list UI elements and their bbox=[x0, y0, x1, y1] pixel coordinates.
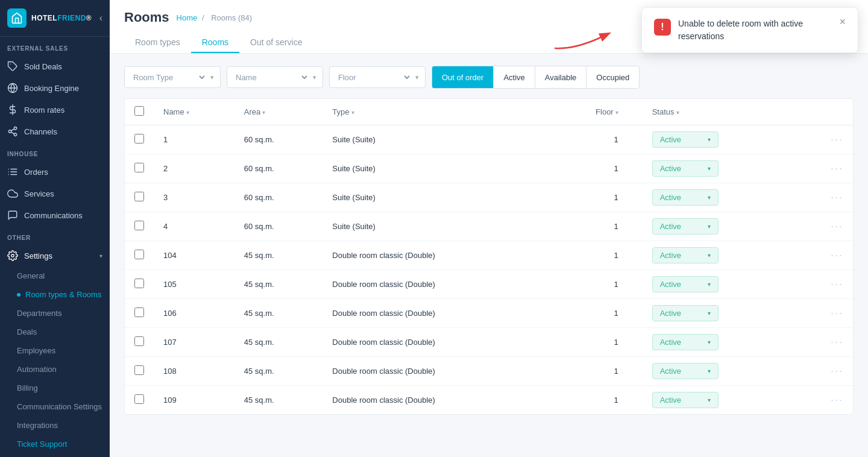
row-actions-menu[interactable]: ··· bbox=[805, 365, 843, 377]
status-label: Active bbox=[660, 193, 681, 202]
status-badge[interactable]: Active ▾ bbox=[652, 189, 719, 206]
sidebar-item-channels[interactable]: Channels bbox=[0, 121, 110, 142]
row-checkbox[interactable] bbox=[134, 163, 144, 172]
row-checkbox[interactable] bbox=[134, 336, 144, 346]
row-checkbox-cell[interactable] bbox=[125, 357, 154, 386]
row-checkbox[interactable] bbox=[134, 221, 144, 230]
sidebar-item-settings[interactable]: Settings ▾ bbox=[0, 245, 110, 266]
filter-occupied-button[interactable]: Occupied bbox=[587, 66, 639, 88]
row-actions-menu[interactable]: ··· bbox=[805, 191, 843, 204]
status-badge[interactable]: Active ▾ bbox=[652, 392, 719, 408]
col-status[interactable]: Status▾ bbox=[643, 99, 796, 125]
sub-item-label: Communication Settings bbox=[17, 402, 102, 411]
sidebar-sub-item-employees[interactable]: Employees bbox=[0, 341, 110, 360]
tab-out-of-service[interactable]: Out of service bbox=[239, 33, 313, 53]
col-name[interactable]: Name▾ bbox=[154, 99, 234, 125]
col-type[interactable]: Type▾ bbox=[322, 99, 541, 125]
sidebar-sub-item-billing[interactable]: Billing bbox=[0, 379, 110, 397]
sidebar-collapse-button[interactable]: ‹ bbox=[99, 13, 102, 24]
status-badge[interactable]: Active ▾ bbox=[652, 160, 719, 177]
status-badge[interactable]: Active ▾ bbox=[652, 276, 719, 292]
row-actions-menu[interactable]: ··· bbox=[805, 336, 843, 348]
name-filter[interactable]: Name ▾ bbox=[227, 66, 323, 88]
col-area[interactable]: Area▾ bbox=[234, 99, 323, 125]
row-actions-cell[interactable]: ··· bbox=[796, 212, 853, 241]
row-checkbox[interactable] bbox=[134, 134, 144, 143]
tab-rooms[interactable]: Rooms bbox=[191, 33, 239, 53]
row-checkbox-cell[interactable] bbox=[125, 241, 154, 270]
status-badge[interactable]: Active ▾ bbox=[652, 131, 719, 148]
row-actions-cell[interactable]: ··· bbox=[796, 299, 853, 328]
sidebar-item-communications[interactable]: Communications bbox=[0, 204, 110, 226]
row-checkbox[interactable] bbox=[134, 307, 144, 317]
row-actions-menu[interactable]: ··· bbox=[805, 249, 843, 262]
row-actions-menu[interactable]: ··· bbox=[805, 307, 843, 320]
cell-status: Active ▾ bbox=[643, 154, 796, 183]
status-badge[interactable]: Active ▾ bbox=[652, 363, 719, 379]
col-floor[interactable]: Floor▾ bbox=[541, 99, 643, 125]
row-checkbox[interactable] bbox=[134, 192, 144, 201]
status-badge[interactable]: Active ▾ bbox=[652, 305, 719, 321]
row-actions-cell[interactable]: ··· bbox=[796, 183, 853, 212]
row-checkbox-cell[interactable] bbox=[125, 212, 154, 241]
chevron-down-icon: ▾ bbox=[210, 74, 214, 81]
status-badge[interactable]: Active ▾ bbox=[652, 334, 719, 350]
sidebar-sub-item-automation[interactable]: Automation bbox=[0, 360, 110, 379]
sidebar-sub-item-deals[interactable]: Deals bbox=[0, 323, 110, 341]
row-checkbox[interactable] bbox=[134, 394, 144, 404]
sidebar-item-services[interactable]: Services bbox=[0, 183, 110, 204]
select-all-checkbox[interactable] bbox=[134, 106, 144, 116]
sidebar-item-orders[interactable]: Orders bbox=[0, 161, 110, 183]
breadcrumb-home[interactable]: Home bbox=[177, 13, 198, 22]
sidebar-sub-item-room-types-rooms[interactable]: Room types & Rooms bbox=[0, 285, 110, 304]
row-actions-menu[interactable]: ··· bbox=[805, 162, 843, 175]
row-checkbox-cell[interactable] bbox=[125, 125, 154, 154]
row-checkbox-cell[interactable] bbox=[125, 299, 154, 328]
row-actions-cell[interactable]: ··· bbox=[796, 125, 853, 154]
row-actions-menu[interactable]: ··· bbox=[805, 220, 843, 233]
row-actions-menu[interactable]: ··· bbox=[805, 278, 843, 291]
row-checkbox-cell[interactable] bbox=[125, 328, 154, 357]
floor-select[interactable]: Floor bbox=[336, 72, 412, 83]
floor-filter[interactable]: Floor ▾ bbox=[329, 66, 426, 88]
row-checkbox-cell[interactable] bbox=[125, 154, 154, 183]
status-chevron-icon: ▾ bbox=[708, 339, 711, 345]
sidebar-item-booking-engine[interactable]: Booking Engine bbox=[0, 77, 110, 99]
row-actions-cell[interactable]: ··· bbox=[796, 241, 853, 270]
sidebar-item-sold-deals[interactable]: Sold Deals bbox=[0, 55, 110, 77]
row-checkbox-cell[interactable] bbox=[125, 386, 154, 415]
room-type-filter[interactable]: Room Type ▾ bbox=[124, 66, 221, 88]
row-checkbox[interactable] bbox=[134, 279, 144, 288]
row-actions-menu[interactable]: ··· bbox=[805, 394, 843, 406]
cell-floor: 1 bbox=[541, 241, 643, 270]
row-checkbox-cell[interactable] bbox=[125, 270, 154, 299]
sidebar-sub-item-general[interactable]: General bbox=[0, 266, 110, 285]
row-actions-menu[interactable]: ··· bbox=[805, 133, 843, 146]
sidebar-sub-item-ticket-support[interactable]: Ticket Support bbox=[0, 435, 110, 453]
filter-available-button[interactable]: Available bbox=[535, 66, 587, 88]
tab-room-types[interactable]: Room types bbox=[124, 33, 191, 53]
sidebar-sub-item-integrations[interactable]: Integrations bbox=[0, 416, 110, 435]
row-checkbox[interactable] bbox=[134, 250, 144, 259]
row-actions-cell[interactable]: ··· bbox=[796, 328, 853, 357]
row-actions-cell[interactable]: ··· bbox=[796, 386, 853, 415]
filter-out-of-order-button[interactable]: Out of order bbox=[432, 66, 494, 88]
status-badge[interactable]: Active ▾ bbox=[652, 247, 719, 263]
filter-active-button[interactable]: Active bbox=[494, 66, 535, 88]
row-actions-cell[interactable]: ··· bbox=[796, 270, 853, 299]
toast-close-button[interactable]: × bbox=[839, 16, 846, 27]
row-checkbox-cell[interactable] bbox=[125, 183, 154, 212]
row-checkbox[interactable] bbox=[134, 365, 144, 375]
sidebar-sub-item-departments[interactable]: Departments bbox=[0, 304, 110, 323]
col-area-label: Area bbox=[244, 107, 260, 116]
status-badge[interactable]: Active ▾ bbox=[652, 218, 719, 235]
row-actions-cell[interactable]: ··· bbox=[796, 154, 853, 183]
room-type-select[interactable]: Room Type bbox=[131, 72, 207, 83]
cell-status: Active ▾ bbox=[643, 386, 796, 415]
sidebar-sub-item-communication-settings[interactable]: Communication Settings bbox=[0, 397, 110, 416]
row-actions-cell[interactable]: ··· bbox=[796, 357, 853, 386]
name-select[interactable]: Name bbox=[233, 72, 309, 83]
status-label: Active bbox=[660, 280, 681, 289]
select-all-header[interactable] bbox=[125, 99, 154, 125]
sidebar-item-room-rates[interactable]: Room rates bbox=[0, 99, 110, 121]
